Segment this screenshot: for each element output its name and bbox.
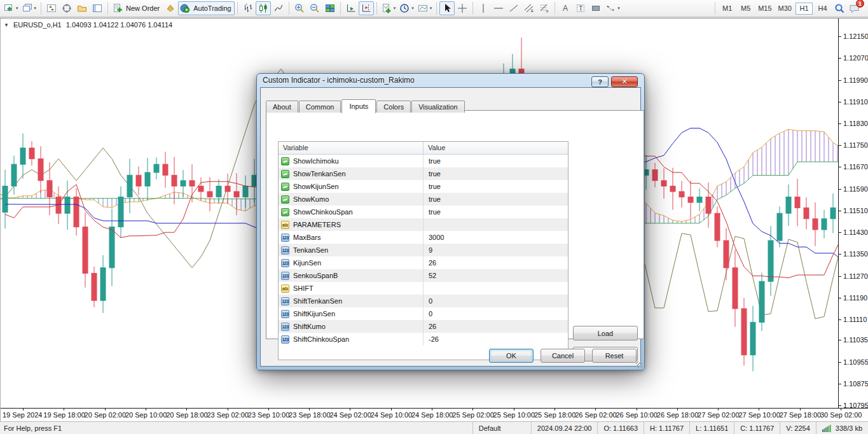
- new-order-icon: [113, 3, 123, 13]
- value-column-header[interactable]: Value: [424, 142, 445, 154]
- periods-button[interactable]: ▾: [397, 1, 416, 15]
- param-row-ShiftChinkouSpan[interactable]: 123ShiftChinkouSpan-26: [279, 333, 568, 346]
- param-value[interactable]: true: [424, 195, 441, 203]
- search-icon: [834, 3, 845, 14]
- param-value[interactable]: true: [424, 157, 441, 165]
- int-type-icon: 123: [281, 335, 289, 344]
- param-value[interactable]: 52: [424, 272, 436, 279]
- param-row-ShowIchimoku[interactable]: ShowIchimokutrue: [279, 155, 568, 167]
- price-tick-label: 1.11350: [839, 250, 868, 258]
- crosshair-button[interactable]: [455, 1, 470, 15]
- param-name: PARAMETERS: [293, 221, 341, 228]
- time-axis[interactable]: 19 Sep 202419 Sep 18:0020 Sep 02:0020 Se…: [1, 408, 868, 421]
- trendline-button[interactable]: [506, 1, 521, 15]
- arrows-button[interactable]: ▾: [603, 1, 622, 15]
- param-row-ShiftKumo[interactable]: 123ShiftKumo26: [279, 320, 568, 333]
- param-value[interactable]: 0: [424, 297, 432, 305]
- bar-chart-button[interactable]: [240, 1, 256, 15]
- time-tick-label: 26 Sep 02:00: [575, 411, 616, 419]
- new-order-button[interactable]: New Order: [111, 1, 163, 15]
- param-row-KijunSen[interactable]: 123KijunSen26: [279, 256, 568, 269]
- param-name: ShiftTenkanSen: [293, 297, 342, 305]
- param-value[interactable]: true: [424, 170, 441, 178]
- search-button[interactable]: [832, 1, 847, 15]
- param-value[interactable]: 0: [424, 310, 432, 318]
- load-button[interactable]: Load: [573, 326, 638, 340]
- timeframe-button-m5[interactable]: M5: [737, 3, 754, 15]
- param-row-ShiftTenkanSen[interactable]: 123ShiftTenkanSen0: [279, 295, 568, 307]
- param-row-SenkouSpanB[interactable]: 123SenkouSpanB52: [279, 269, 568, 282]
- auto-scroll-button[interactable]: [343, 1, 359, 15]
- cursor-button[interactable]: [439, 1, 455, 15]
- notifications-button[interactable]: 1: [847, 1, 862, 15]
- tab-about[interactable]: About: [266, 101, 298, 113]
- param-row-TenkanSen[interactable]: 123TenkanSen9: [279, 244, 568, 256]
- param-value[interactable]: true: [424, 208, 441, 216]
- param-row-SHIFT[interactable]: abSHIFT: [279, 282, 568, 295]
- param-row-ShowTenkanSen[interactable]: ShowTenkanSentrue: [279, 167, 568, 180]
- equidistant-channel-button[interactable]: E: [521, 1, 537, 15]
- param-row-ShowChinkouSpan[interactable]: ShowChinkouSpantrue: [279, 206, 568, 218]
- chart-shift-icon: [361, 3, 371, 13]
- collapse-icon[interactable]: ▼: [4, 22, 9, 28]
- zoom-out-button[interactable]: [307, 1, 322, 15]
- indicators-button[interactable]: ▾: [380, 1, 398, 15]
- timeframe-button-m30[interactable]: M30: [776, 3, 794, 15]
- status-v-value: V: 2254: [780, 422, 816, 434]
- timeframe-button-h1[interactable]: H1: [796, 3, 813, 15]
- templates-button[interactable]: ▾: [416, 1, 434, 15]
- param-value[interactable]: 9: [424, 246, 432, 254]
- tab-common[interactable]: Common: [299, 101, 341, 113]
- param-value[interactable]: true: [424, 183, 441, 190]
- price-axis[interactable]: 1.121501.120701.119901.119101.118301.117…: [838, 18, 868, 408]
- market-watch-button[interactable]: [44, 1, 59, 15]
- tab-colors[interactable]: Colors: [376, 101, 411, 113]
- cancel-button[interactable]: Cancel: [541, 349, 585, 363]
- dialog-close-button[interactable]: ✕: [611, 76, 638, 87]
- timeframe-button-h4[interactable]: H4: [814, 3, 831, 15]
- dialog-help-button[interactable]: ?: [591, 76, 609, 87]
- terminal-button[interactable]: [90, 1, 105, 15]
- new-chart-button[interactable]: ▾: [2, 1, 20, 15]
- navigator-button[interactable]: [74, 1, 90, 15]
- param-value[interactable]: 3000: [424, 234, 444, 241]
- param-row-MaxBars[interactable]: 123MaxBars3000: [279, 231, 568, 244]
- param-name: ShiftChinkouSpan: [293, 335, 349, 343]
- ok-button[interactable]: OK: [489, 349, 534, 363]
- dialog-titlebar[interactable]: Custom Indicator - ichimoku-custom_Rakim…: [257, 74, 644, 87]
- param-value[interactable]: 26: [424, 259, 436, 267]
- param-name: KijunSen: [293, 259, 321, 267]
- tile-windows-button[interactable]: [322, 1, 338, 15]
- reset-button[interactable]: Reset: [592, 349, 637, 363]
- vertical-line-button[interactable]: [476, 1, 491, 15]
- text-label-button[interactable]: T: [573, 1, 588, 15]
- data-window-button[interactable]: [59, 1, 74, 15]
- profiles-button[interactable]: ▾: [20, 1, 39, 15]
- tab-inputs[interactable]: Inputs: [341, 99, 376, 113]
- tile-windows-icon: [325, 3, 335, 13]
- tab-visualization[interactable]: Visualization: [411, 101, 465, 113]
- param-row-ShiftKijunSen[interactable]: 123ShiftKijunSen0: [279, 307, 568, 320]
- dialog-resize-grip[interactable]: [636, 361, 643, 368]
- text-button[interactable]: A: [558, 1, 573, 15]
- horizontal-line-button[interactable]: [491, 1, 506, 15]
- param-value[interactable]: 26: [424, 323, 436, 330]
- status-profile[interactable]: Default: [472, 422, 531, 434]
- variable-column-header[interactable]: Variable: [279, 142, 424, 154]
- fibonacci-button[interactable]: F: [537, 1, 552, 15]
- zoom-in-button[interactable]: [292, 1, 307, 15]
- param-value[interactable]: -26: [424, 335, 439, 343]
- candlestick-chart-button[interactable]: [256, 1, 271, 15]
- param-row-ShowKumo[interactable]: ShowKumotrue: [279, 193, 568, 206]
- timeframe-button-m1[interactable]: M1: [719, 3, 736, 15]
- autotrading-button[interactable]: AutoTrading: [178, 1, 235, 15]
- timeframe-button-m15[interactable]: M15: [755, 3, 774, 15]
- param-row-PARAMETERS[interactable]: abPARAMETERS: [279, 218, 568, 231]
- line-chart-button[interactable]: [271, 1, 286, 15]
- metaeditor-button[interactable]: [163, 1, 178, 15]
- param-row-ShowKijunSen[interactable]: ShowKijunSentrue: [279, 180, 568, 193]
- chart-shift-button[interactable]: [359, 1, 374, 15]
- toolbar-separator: [436, 2, 437, 15]
- bar-chart-icon: [243, 3, 253, 13]
- shapes-button[interactable]: [588, 1, 603, 15]
